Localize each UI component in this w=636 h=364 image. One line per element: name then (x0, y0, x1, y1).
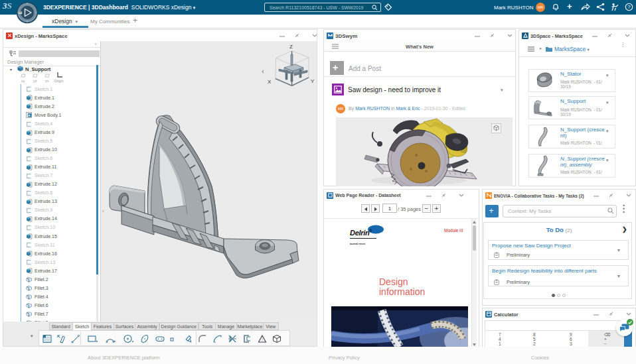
svg-text:Z: Z (289, 44, 293, 50)
svg-text:Y: Y (311, 78, 315, 84)
svg-text:?: ? (627, 4, 631, 10)
svg-text:‹: ‹ (262, 67, 264, 75)
svg-text:X: X (268, 79, 272, 85)
svg-text:‹: ‹ (102, 208, 104, 214)
